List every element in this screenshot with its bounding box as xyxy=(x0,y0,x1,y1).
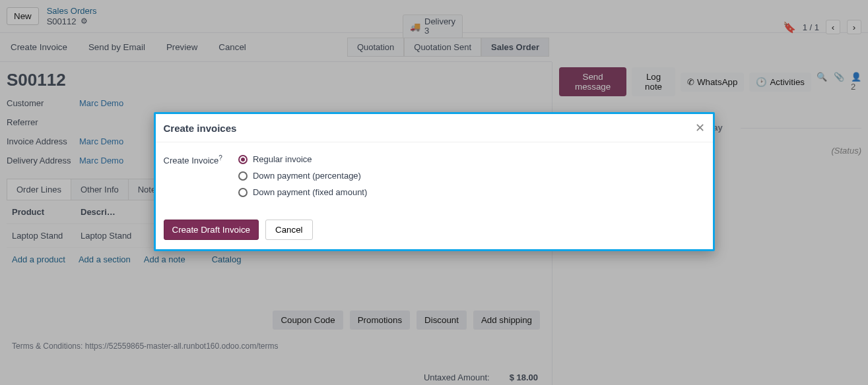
help-icon[interactable]: ? xyxy=(218,154,222,162)
radio-down-fixed[interactable]: Down payment (fixed amount) xyxy=(238,187,367,197)
radio-icon xyxy=(238,188,248,197)
create-draft-invoice-button[interactable]: Create Draft Invoice xyxy=(164,220,259,240)
radio-icon xyxy=(238,155,248,164)
radio-regular[interactable]: Regular invoice xyxy=(238,154,367,164)
radio-down-percentage[interactable]: Down payment (percentage) xyxy=(238,171,367,181)
radio-icon xyxy=(238,171,248,181)
create-invoice-field-label: Create Invoice? xyxy=(164,154,222,197)
modal-title: Create invoices xyxy=(164,123,237,134)
invoice-type-radios: Regular invoice Down payment (percentage… xyxy=(238,154,367,197)
close-icon[interactable]: ✕ xyxy=(695,121,705,135)
modal-overlay: Create invoices ✕ Create Invoice? Regula… xyxy=(0,0,868,385)
modal-cancel-button[interactable]: Cancel xyxy=(265,220,313,240)
create-invoices-modal: Create invoices ✕ Create Invoice? Regula… xyxy=(154,112,715,251)
